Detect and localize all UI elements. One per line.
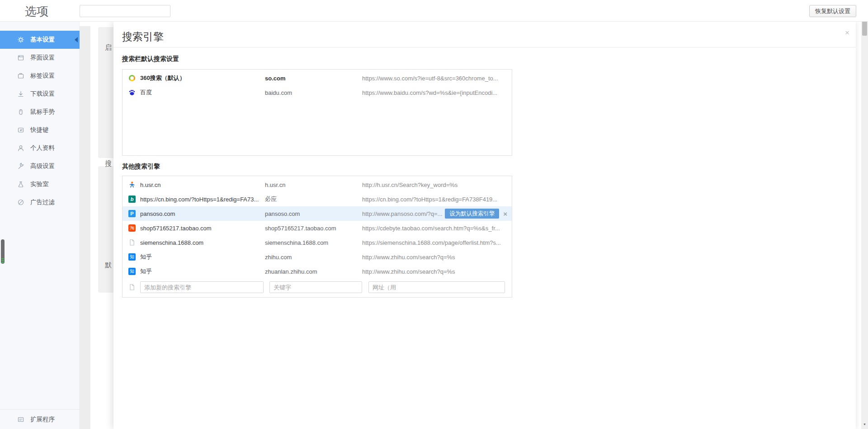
modal-title-divider [113,47,856,47]
window-icon [17,54,24,61]
background-text-fragment: 启 [105,43,112,52]
engine-name: 知乎 [140,253,152,261]
person-icon [17,145,24,152]
engine-row[interactable]: 360搜索（默认）so.comhttps://www.so.com/s?ie=u… [123,71,512,85]
gear-icon [17,36,24,43]
sidebar-item-download[interactable]: 下载设置 [0,85,80,103]
engine-row[interactable]: 知知乎zhuanlan.zhihu.comhttp://www.zhihu.co… [123,264,512,279]
engine-keyword: baidu.com [265,89,362,96]
engine-name: siemenschina.1688.com [140,239,203,246]
engine-keyword: siemenschina.1688.com [265,239,362,246]
engine-name: 360搜索（默认） [140,74,185,82]
block-icon [17,199,24,206]
dimmed-background-page: 启 搜 默 [80,22,113,429]
zhihu-icon: 知 [128,268,136,275]
background-text-fragment: 默 [105,261,112,270]
other-search-engine-table: h.usr.cnh.usr.cnhttp://h.usr.cn/Search?k… [122,176,512,298]
hotkey-icon [17,126,24,134]
engine-url: https://www.so.com/s?ie=utf-8&src=360chr… [362,75,498,82]
download-icon [17,90,24,98]
new-engine-name-input[interactable] [140,281,264,293]
taobao-icon: 淘 [128,224,136,232]
engine-keyword: 必应 [265,195,362,203]
engine-row[interactable]: 百度baidu.comhttps://www.baidu.com/s?wd=%s… [123,85,512,100]
sidebar-item-extensions[interactable]: 扩展程序 [0,409,80,429]
engine-row[interactable]: h.usr.cnh.usr.cnhttp://h.usr.cn/Search?k… [123,177,512,192]
sidebar-item-label: 个人资料 [30,144,55,152]
page-icon [128,239,136,246]
remove-engine-icon[interactable]: × [503,210,507,218]
scrollbar-down-icon[interactable]: ▼ [861,421,868,428]
settings-sidebar: 基本设置界面设置标签设置下载设置鼠标手势快捷键个人资料高级设置实验室广告过滤 扩… [0,22,80,429]
sidebar-item-label: 界面设置 [30,54,55,62]
engine-url: http://www.zhihu.com/search?q=%s [362,254,455,261]
page-icon [128,284,136,291]
background-card [98,166,113,293]
page-title: 选项 [25,4,48,19]
default-search-engine-table: 360搜索（默认）so.comhttps://www.so.com/s?ie=u… [122,69,512,156]
engine-row[interactable]: 知知乎zhihu.comhttp://www.zhihu.com/search?… [123,250,512,264]
add-engine-row [123,279,512,296]
close-icon[interactable]: × [845,29,849,37]
engine-url: http://www.pansoso.com/?q=... [362,210,442,217]
sidebar-item-mouse[interactable]: 鼠标手势 [0,103,80,121]
modal-title: 搜索引擎 [122,30,164,44]
engine-row[interactable]: Ppansoso.compansoso.comhttp://www.pansos… [123,206,512,221]
sidebar-item-label: 广告过滤 [30,198,55,206]
page-header: 选项 恢复默认设置 [0,0,868,22]
bing-icon: b [128,196,136,203]
restore-defaults-button[interactable]: 恢复默认设置 [809,5,856,17]
engine-keyword: shop57165217.taobao.com [265,225,362,232]
engine-keyword: zhuanlan.zhihu.com [265,268,362,275]
extcard-icon [17,416,24,423]
engine-url: https://cn.bing.com/?toHttps=1&redig=FA7… [362,196,497,203]
sidebar-item-block[interactable]: 广告过滤 [0,193,80,211]
default-search-section-heading: 搜索栏默认搜索设置 [122,55,179,63]
so360-icon [128,75,136,82]
engine-url: http://www.zhihu.com/search?q=%s [362,268,455,275]
engine-url: http://h.usr.cn/Search?key_word=%s [362,182,458,188]
sidebar-item-person[interactable]: 个人资料 [0,139,80,157]
mouse-icon [17,108,24,116]
sidebar-item-label: 基本设置 [30,36,55,44]
engine-name: https://cn.bing.com/?toHttps=1&redig=FA7… [140,196,259,203]
new-engine-url-input[interactable] [368,281,505,293]
engine-name: h.usr.cn [140,182,161,188]
engine-row[interactable]: siemenschina.1688.comsiemenschina.1688.c… [123,235,512,250]
sidebar-item-hotkey[interactable]: 快捷键 [0,121,80,139]
zhihu-icon: 知 [128,253,136,261]
side-widget-handle[interactable] [1,239,5,264]
sidebar-item-tabs[interactable]: 标签设置 [0,67,80,85]
sidebar-item-label: 快捷键 [30,126,49,134]
engine-keyword: so.com [265,75,362,82]
sidebar-item-flask[interactable]: 实验室 [0,175,80,193]
sidebar-item-wrench[interactable]: 高级设置 [0,157,80,175]
background-text-fragment: 搜 [105,159,112,168]
page-scrollbar[interactable]: ▲ ▼ [861,0,868,429]
flask-icon [17,181,24,188]
sidebar-item-label: 标签设置 [30,72,55,80]
engine-keyword: h.usr.cn [265,182,362,188]
search-engine-modal: 搜索引擎 × 搜索栏默认搜索设置 360搜索（默认）so.comhttps://… [113,22,856,429]
set-default-engine-button[interactable]: 设为默认搜索引擎 [445,209,499,219]
engine-row[interactable]: 淘shop57165217.taobao.comshop57165217.tao… [123,221,512,235]
engine-url: https://www.baidu.com/s?wd=%s&ie={inputE… [362,89,497,96]
sidebar-item-window[interactable]: 界面设置 [0,49,80,67]
engine-name: shop57165217.taobao.com [140,225,212,232]
new-engine-keyword-input[interactable] [269,281,362,293]
sidebar-item-label: 实验室 [30,180,49,188]
settings-search-input[interactable] [80,5,170,17]
active-item-arrow-icon [75,37,78,42]
husr-icon [128,181,136,188]
engine-url: https://siemenschina.1688.com/page/offer… [362,239,501,246]
engine-row[interactable]: bhttps://cn.bing.com/?toHttps=1&redig=FA… [123,192,512,206]
tabs-icon [17,72,24,79]
background-strip [80,26,90,429]
engine-name: 知乎 [140,267,152,275]
other-search-section-heading: 其他搜索引擎 [122,163,160,171]
sidebar-item-label: 下载设置 [30,90,55,98]
engine-keyword: pansoso.com [265,210,362,217]
sidebar-items: 基本设置界面设置标签设置下载设置鼠标手势快捷键个人资料高级设置实验室广告过滤 [0,31,80,211]
sidebar-item-gear[interactable]: 基本设置 [0,31,80,49]
sidebar-item-label: 扩展程序 [30,415,55,424]
